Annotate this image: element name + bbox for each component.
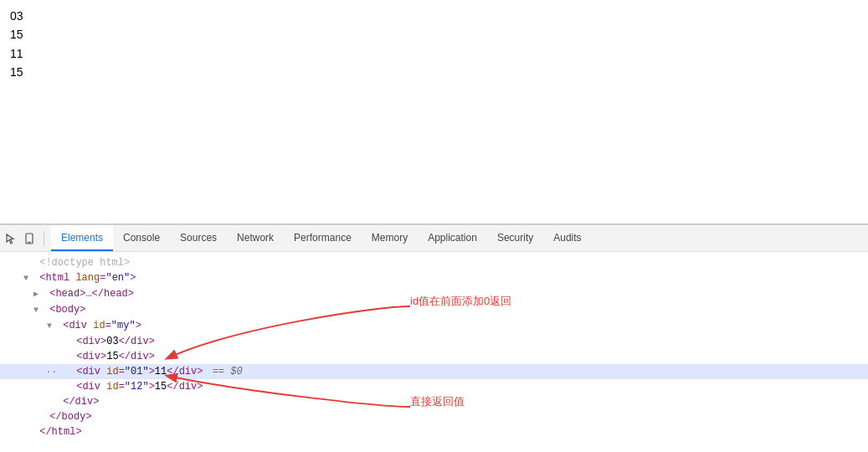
main-content: 03 15 11 15 [0, 0, 868, 224]
output-line-4: 15 [10, 63, 858, 81]
output-line-3: 11 [10, 44, 858, 63]
output-line-2: 15 [10, 25, 858, 44]
output-line-1: 03 [10, 7, 858, 25]
